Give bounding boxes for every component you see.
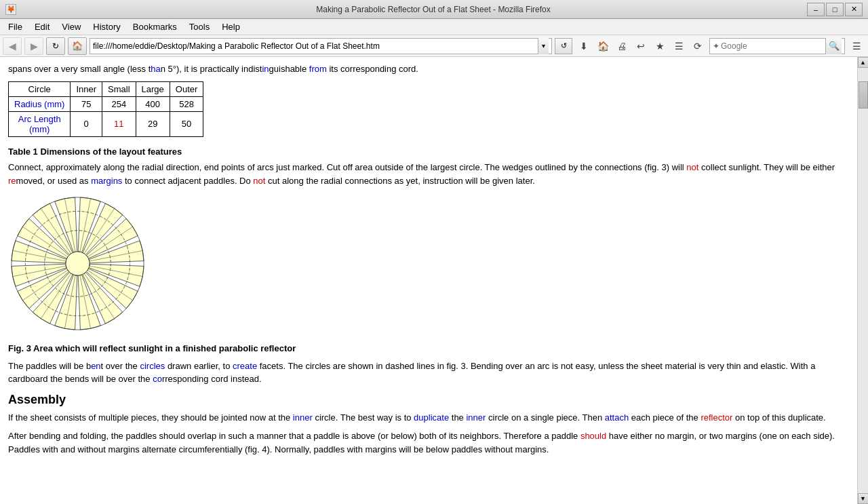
- assembly-duplicate: duplicate: [414, 412, 449, 423]
- connect-paragraph: Connect, approximately along the radial …: [8, 161, 849, 187]
- assembly-text2: circle. The best way is to: [313, 412, 414, 423]
- print-button[interactable]: 🖨: [613, 37, 631, 55]
- assembly-text4: circle on a single piece. Then: [486, 412, 604, 423]
- paddles-text1: The paddles will be b: [8, 361, 91, 371]
- scroll-thumb[interactable]: [859, 81, 868, 109]
- table-header-inner: Inner: [71, 81, 102, 96]
- table-radius-small: 254: [102, 96, 136, 111]
- window-title: Making a Parabolic Reflector Out of a Fl…: [60, 5, 807, 14]
- scroll-down-button[interactable]: ▼: [858, 493, 869, 504]
- content-area: spans over a very small angle (less than…: [0, 57, 857, 504]
- paddles-circles: circles: [140, 361, 165, 371]
- table-caption: Table 1 Dimensions of the layout feature…: [8, 145, 849, 159]
- connect-text3: moved, or used as: [16, 176, 92, 186]
- maximize-button[interactable]: □: [826, 3, 844, 16]
- intro-paragraph: spans over a very small angle (less than…: [8, 62, 849, 76]
- bookmark-button[interactable]: ★: [651, 37, 669, 55]
- search-button[interactable]: 🔍: [825, 38, 842, 54]
- intro-text-plain: spans over a very small angle (less t: [8, 64, 151, 74]
- assembly-inner2: inner: [466, 412, 486, 423]
- scroll-up-button[interactable]: ▲: [858, 57, 869, 68]
- paddles-text5: rresponding cord instead.: [162, 374, 262, 384]
- back2-button[interactable]: ↩: [632, 37, 650, 55]
- home-button[interactable]: 🏠: [68, 37, 87, 55]
- table-header-circle: Circle: [9, 81, 71, 96]
- table-radius-inner: 75: [71, 96, 102, 111]
- firefox-icon: 🦊: [5, 4, 16, 15]
- table-arc-large: 29: [136, 111, 170, 136]
- go-button[interactable]: ↺: [555, 38, 572, 54]
- table-header-outer: Outer: [170, 81, 203, 96]
- connect-text4: to connect adjacent paddles. Do: [122, 176, 253, 186]
- nav-bar: ◀ ▶ ↻ 🏠 ▾ ↺ ⬇ 🏠 🖨 ↩ ★ ☰ ⟳ ✦ 🔍 ☰: [0, 35, 868, 57]
- table-header-small: Small: [102, 81, 136, 96]
- figure-3-svg: .paddle { fill: #ffffcc; stroke: #333; s…: [8, 194, 147, 333]
- menu-bookmarks[interactable]: Bookmarks: [127, 20, 182, 33]
- assembly-attach: attach: [605, 412, 629, 423]
- assembly-inner: inner: [293, 412, 313, 423]
- connect-text2: collect sunlight. They will be either: [698, 162, 835, 172]
- search-input[interactable]: [721, 41, 825, 51]
- menu-help[interactable]: Help: [216, 20, 245, 33]
- title-bar: 🦊 Making a Parabolic Reflector Out of a …: [0, 0, 868, 19]
- assembly2-text1: After bending and folding, the paddles s…: [8, 431, 580, 441]
- dimensions-table: Circle Inner Small Large Outer Radius (m…: [8, 81, 203, 137]
- intro-text-plain2: n 5°), it is practically indist: [161, 64, 262, 74]
- intro-text-plain3: guishable: [269, 64, 309, 74]
- toolbar-icons: ⬇ 🏠 🖨 ↩ ★ ☰ ⟳: [575, 37, 707, 55]
- back-button[interactable]: ◀: [3, 37, 22, 55]
- intro-highlight2: in: [262, 64, 269, 74]
- menu-view[interactable]: View: [56, 20, 86, 33]
- address-bar: ▾: [90, 38, 552, 54]
- assembly2-should: should: [580, 431, 606, 441]
- connect-removed: re: [8, 176, 16, 186]
- connect-margins: margins: [91, 176, 122, 186]
- search-bar: ✦ 🔍: [709, 38, 845, 54]
- fig3-label: Fig. 3: [8, 343, 33, 353]
- paddles-cord: co: [153, 374, 162, 384]
- table-header-large: Large: [136, 81, 170, 96]
- home-icon-button[interactable]: 🏠: [594, 37, 612, 55]
- menu-bar: File Edit View History Bookmarks Tools H…: [0, 19, 868, 35]
- assembly-text5: each piece of the: [629, 412, 701, 423]
- search-icon: ✦: [713, 41, 719, 51]
- downloads-button[interactable]: ⬇: [575, 37, 593, 55]
- menu-tools[interactable]: Tools: [184, 20, 215, 33]
- figure-3-container: .paddle { fill: #ffffcc; stroke: #333; s…: [8, 194, 849, 335]
- table-arc-small: 11: [102, 111, 136, 136]
- intro-text-blue: ha: [151, 64, 160, 74]
- table-radius-large: 400: [136, 96, 170, 111]
- paddles-create: create: [233, 361, 257, 371]
- connect-text1: Connect, approximately along the radial …: [8, 162, 686, 172]
- menu-history[interactable]: History: [87, 20, 125, 33]
- address-dropdown[interactable]: ▾: [538, 38, 549, 54]
- menu-edit[interactable]: Edit: [29, 20, 55, 33]
- table-arc-outer: 50: [170, 111, 203, 136]
- sync-button[interactable]: ⟳: [689, 37, 707, 55]
- menu-file[interactable]: File: [3, 20, 28, 33]
- connect-not: not: [686, 162, 698, 172]
- reader-button[interactable]: ☰: [670, 37, 688, 55]
- reload-button[interactable]: ↻: [46, 37, 65, 55]
- assembly-heading: Assembly: [8, 393, 849, 407]
- close-button[interactable]: ✕: [845, 3, 863, 16]
- paddles-bent: en: [91, 361, 100, 371]
- assembly-text1: If the sheet consists of multiple pieces…: [8, 412, 293, 423]
- connect-notcut: not: [253, 176, 265, 186]
- assembly-para2: After bending and folding, the paddles s…: [8, 429, 849, 456]
- connect-text5: cut along the radial connections as yet,…: [265, 176, 534, 186]
- minimize-button[interactable]: –: [807, 3, 825, 16]
- scroll-track[interactable]: [858, 68, 869, 493]
- forward-button[interactable]: ▶: [24, 37, 43, 55]
- assembly-reflector: reflector: [701, 412, 732, 423]
- table-arc-inner: 0: [71, 111, 102, 136]
- assembly-para1: If the sheet consists of multiple pieces…: [8, 411, 849, 425]
- assembly-text6: on top of this duplicate.: [732, 412, 825, 423]
- window-controls: – □ ✕: [807, 3, 863, 16]
- intro-highlight3: from: [309, 64, 327, 74]
- menu-button[interactable]: ☰: [848, 37, 865, 55]
- figure-3-caption: Fig. 3 Area which will reflect sunlight …: [8, 342, 849, 355]
- paddles-text2: t over the: [101, 361, 140, 371]
- paddles-paragraph: The paddles will be bent over the circle…: [8, 360, 849, 386]
- address-input[interactable]: [93, 41, 538, 51]
